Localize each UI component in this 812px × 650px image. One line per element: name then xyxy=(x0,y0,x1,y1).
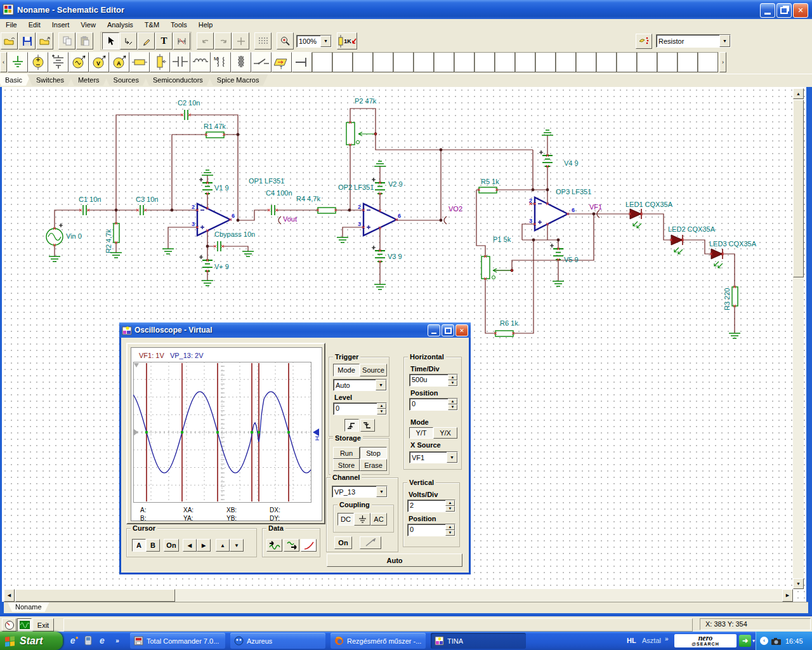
palette-scroll-left[interactable]: ‹ xyxy=(0,52,7,72)
stop-button[interactable]: Stop xyxy=(360,447,387,459)
menu-analysis[interactable]: Analysis xyxy=(102,20,139,30)
trigger-source-button[interactable]: Source xyxy=(360,364,387,376)
palette-item-controlled-source[interactable]: T xyxy=(272,52,292,72)
cursor-a-button[interactable]: A xyxy=(132,539,146,552)
palette-item-voltage-source[interactable] xyxy=(28,52,48,72)
coupling-ac-button[interactable]: AC xyxy=(370,513,387,526)
tab-meters[interactable]: Meters xyxy=(69,74,108,86)
menu-view[interactable]: View xyxy=(75,20,102,30)
chevron-down-icon[interactable]: ▼ xyxy=(447,452,457,463)
horizontal-scrollbar[interactable]: ◀ ▶ xyxy=(4,589,793,602)
scroll-right-button[interactable]: ▶ xyxy=(782,589,793,602)
palette-item-transformer[interactable] xyxy=(231,52,251,72)
scroll-down-button[interactable]: ▼ xyxy=(793,578,804,589)
run-button[interactable]: Run xyxy=(333,447,360,459)
v-position-spinner[interactable]: 0 ▲▼ xyxy=(407,524,455,536)
spin-down-icon[interactable]: ▼ xyxy=(448,404,457,410)
erase-button[interactable]: Erase xyxy=(360,459,387,471)
spin-down-icon[interactable]: ▼ xyxy=(448,380,457,386)
quick-launch-chevron[interactable]: » xyxy=(112,635,123,646)
store-button[interactable]: Store xyxy=(333,459,360,471)
scope-close-button[interactable]: ✕ xyxy=(455,324,468,336)
toolbar-chevron[interactable]: » xyxy=(665,635,669,642)
cursor-up-button[interactable]: ▲ xyxy=(216,539,230,552)
scroll-up-button[interactable]: ▲ xyxy=(793,88,804,99)
palette-item-coupled-inductor[interactable]: M xyxy=(211,52,231,72)
chevron-down-icon[interactable]: ▼ xyxy=(719,35,730,47)
save-button[interactable] xyxy=(18,32,36,50)
draw-tool-button[interactable] xyxy=(138,32,155,50)
palette-item-jumper[interactable] xyxy=(292,52,312,72)
data-import-button[interactable] xyxy=(266,539,282,552)
vertical-scrollbar[interactable]: ▲ ▼ xyxy=(793,88,804,589)
yt-mode-button[interactable]: Y/T xyxy=(409,427,433,439)
scroll-left-button[interactable]: ◀ xyxy=(4,589,15,602)
tab-semiconductors[interactable]: Semiconductors xyxy=(144,74,212,86)
zoom-button[interactable] xyxy=(277,32,294,50)
menu-help[interactable]: Help xyxy=(193,20,219,30)
palette-item-resistor[interactable] xyxy=(129,52,150,72)
close-button[interactable]: ✕ xyxy=(793,3,808,18)
nero-search-box[interactable]: nero @SEARCH xyxy=(674,634,737,647)
oscilloscope-window[interactable]: Oscilloscope - Virtual ✕ VF1: 1V VP_13: … xyxy=(119,338,471,574)
trigger-falling-edge-button[interactable] xyxy=(360,419,375,432)
menu-file[interactable]: File xyxy=(0,20,23,30)
coupling-ground-button[interactable] xyxy=(354,513,370,526)
cursor-left-button[interactable]: ◀ xyxy=(183,539,197,552)
channel-on-button[interactable]: On xyxy=(334,536,352,549)
select-tool-button[interactable] xyxy=(102,32,119,50)
restore-button[interactable] xyxy=(776,3,792,18)
spin-down-icon[interactable]: ▼ xyxy=(377,409,386,415)
palette-item-switch[interactable] xyxy=(251,52,272,72)
tray-collapse-icon[interactable]: ‹ xyxy=(760,637,768,645)
minimize-button[interactable] xyxy=(760,3,775,18)
dimension-tool-button[interactable] xyxy=(173,32,190,50)
palette-item-ground[interactable] xyxy=(8,52,28,72)
horizontal-scroll-thumb[interactable] xyxy=(15,589,175,602)
component-pick-button[interactable] xyxy=(636,34,652,49)
tab-spice-macros[interactable]: Spice Macros xyxy=(208,74,268,86)
trigger-mode-button[interactable]: Mode xyxy=(333,364,360,376)
chevron-down-icon[interactable]: ▼ xyxy=(376,486,387,497)
menu-edit[interactable]: Edit xyxy=(23,20,46,30)
palette-item-voltage-generator[interactable] xyxy=(69,52,89,72)
trigger-rising-edge-button[interactable] xyxy=(344,419,359,432)
scope-maximize-button[interactable] xyxy=(442,324,454,336)
probe-button[interactable] xyxy=(360,536,381,549)
tab-basic[interactable]: Basic xyxy=(0,74,31,86)
menu-tm[interactable]: T&M xyxy=(139,20,165,30)
start-button[interactable]: Start xyxy=(0,632,63,650)
task-button-azureus[interactable]: Azureus xyxy=(230,633,325,649)
spin-up-icon[interactable]: ▲ xyxy=(377,403,386,409)
yx-mode-button[interactable]: Y/X xyxy=(433,427,457,439)
exit-button[interactable]: Exit xyxy=(32,618,54,632)
vertical-scroll-thumb[interactable] xyxy=(793,100,804,277)
palette-item-battery[interactable] xyxy=(48,52,69,72)
language-indicator[interactable]: HL xyxy=(627,637,636,644)
palette-scroll-right[interactable]: › xyxy=(719,52,726,72)
palette-item-inductor[interactable] xyxy=(190,52,211,72)
menu-tools[interactable]: Tools xyxy=(165,20,193,30)
grid-toggle-button[interactable] xyxy=(254,32,272,50)
chevron-down-icon[interactable]: ▼ xyxy=(320,36,331,47)
undo-button[interactable] xyxy=(197,32,214,50)
search-go-button[interactable]: ➜ xyxy=(739,635,751,647)
cursor-b-button[interactable]: B xyxy=(146,539,160,552)
volts-div-spinner[interactable]: 2 ▲▼ xyxy=(407,500,455,512)
h-position-spinner[interactable]: 0 ▲▼ xyxy=(409,398,458,411)
component-value-button[interactable]: 1K xyxy=(337,32,357,50)
cursor-down-button[interactable]: ▼ xyxy=(230,539,244,552)
schematic-canvas[interactable]: C2 10nR1 47kC1 10nC3 10nVin 0R2 4,7kV1 9… xyxy=(2,87,806,602)
chevron-down-icon[interactable]: ▼ xyxy=(376,380,386,390)
origin-button[interactable] xyxy=(232,32,249,50)
palette-item-ammeter[interactable]: A xyxy=(109,52,129,72)
desktop-toolbar-label[interactable]: Asztal xyxy=(642,637,661,644)
open-button[interactable] xyxy=(1,32,18,50)
palette-item-potentiometer[interactable] xyxy=(150,52,170,72)
cursor-on-button[interactable]: On xyxy=(164,539,179,552)
coupling-dc-button[interactable]: DC xyxy=(337,513,354,526)
component-select-combo[interactable]: Resistor ▼ xyxy=(656,34,731,48)
oscilloscope-title-bar[interactable]: Oscilloscope - Virtual ✕ xyxy=(119,322,471,338)
task-button-rezg-sm-r-m-szer[interactable]: Rezgésmérő műszer -... xyxy=(331,633,426,649)
trigger-mode-select[interactable]: Auto ▼ xyxy=(333,379,387,391)
